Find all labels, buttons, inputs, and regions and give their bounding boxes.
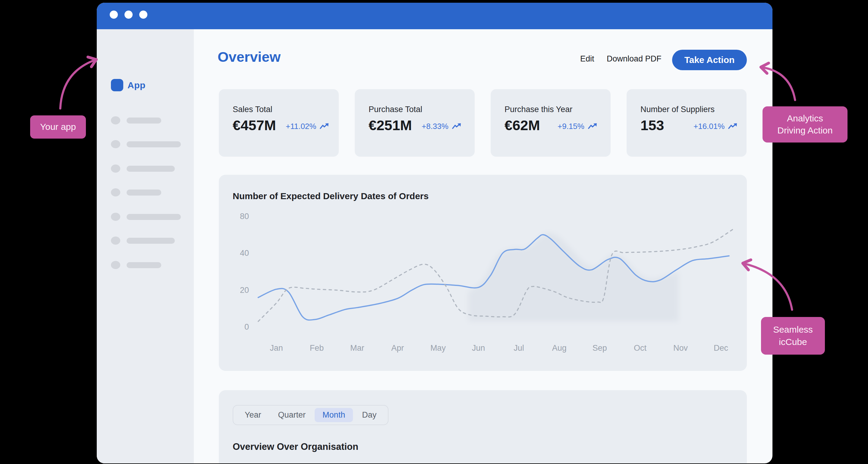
kpi-delta: +9.15% xyxy=(558,122,598,131)
kpi-delta: +8.33% xyxy=(422,122,462,131)
placeholder-icon xyxy=(111,237,120,245)
kpi-label: Purchase Total xyxy=(369,105,422,114)
sidebar-item-app[interactable]: App xyxy=(111,79,146,91)
sidebar-item-placeholder[interactable] xyxy=(111,213,181,221)
period-option-month[interactable]: Month xyxy=(315,408,353,422)
annotation-your-app: Your app xyxy=(30,115,86,138)
sidebar-app-label: App xyxy=(127,80,146,90)
annotation-seamless-iccube: Seamless icCube xyxy=(761,317,825,354)
x-axis-tick: May xyxy=(420,343,456,353)
x-axis-tick: Jan xyxy=(258,343,294,353)
download-pdf-button[interactable]: Download PDF xyxy=(607,54,661,64)
area-shadow xyxy=(468,233,678,321)
period-option-year[interactable]: Year xyxy=(237,408,269,422)
delivery-dates-chart-card: Number of Expected Delivery Dates of Ord… xyxy=(219,175,747,371)
placeholder-label xyxy=(127,166,175,172)
x-axis-tick: Apr xyxy=(379,343,415,353)
x-axis-tick: Nov xyxy=(662,343,699,353)
kpi-delta: +11.02% xyxy=(286,122,330,131)
app-window: App Overview Edit Download PDF Take Acti… xyxy=(97,3,772,463)
placeholder-label xyxy=(127,262,161,268)
placeholder-label xyxy=(127,118,161,124)
organisation-section-card: YearQuarterMonthDay Overview Over Organi… xyxy=(219,390,747,463)
kpi-value: €251M xyxy=(369,117,412,133)
placeholder-label xyxy=(127,214,181,220)
x-axis-tick: Feb xyxy=(299,343,335,353)
placeholder-icon xyxy=(111,188,120,196)
sidebar-item-placeholder[interactable] xyxy=(111,188,161,196)
y-axis-tick: 20 xyxy=(219,286,249,295)
kpi-card-sales-total: Sales Total €457M +11.02% xyxy=(219,89,339,157)
trend-up-icon xyxy=(452,123,462,130)
chart-canvas xyxy=(219,175,747,371)
app-logo-icon xyxy=(111,79,123,91)
window-control-dot-minimize[interactable] xyxy=(124,10,133,19)
kpi-card-purchase-this-year: Purchase this Year €62M +9.15% xyxy=(491,89,611,157)
section-heading: Overview Over Organisation xyxy=(233,441,358,452)
placeholder-icon xyxy=(111,261,120,269)
window-control-dot-maximize[interactable] xyxy=(139,10,147,19)
x-axis-tick: Mar xyxy=(339,343,375,353)
kpi-card-purchase-total: Purchase Total €251M +8.33% xyxy=(355,89,475,157)
placeholder-label xyxy=(127,189,161,195)
x-axis-tick: Sep xyxy=(582,343,618,353)
period-segmented-control: YearQuarterMonthDay xyxy=(233,405,389,425)
kpi-card-number-of-suppliers: Number of Suppliers 153 +16.01% xyxy=(627,89,747,157)
placeholder-icon xyxy=(111,116,120,124)
page-title: Overview xyxy=(218,49,281,65)
window-titlebar xyxy=(97,3,772,29)
kpi-value: €457M xyxy=(233,117,276,133)
window-control-dot-close[interactable] xyxy=(110,10,118,19)
sidebar-item-placeholder[interactable] xyxy=(111,164,175,173)
trend-up-icon xyxy=(588,123,598,130)
x-axis-tick: Oct xyxy=(622,343,658,353)
sidebar-item-placeholder[interactable] xyxy=(111,261,161,269)
placeholder-label xyxy=(127,141,181,147)
period-option-quarter[interactable]: Quarter xyxy=(270,408,314,422)
placeholder-label xyxy=(127,238,175,244)
kpi-value: €62M xyxy=(504,117,540,133)
y-axis-tick: 0 xyxy=(219,322,249,332)
kpi-label: Sales Total xyxy=(233,105,273,114)
sidebar: App xyxy=(97,29,194,463)
period-option-day[interactable]: Day xyxy=(354,408,384,422)
y-axis-tick: 80 xyxy=(219,212,249,221)
y-axis-tick: 40 xyxy=(219,249,249,258)
x-axis-tick: Aug xyxy=(541,343,578,353)
kpi-value: 153 xyxy=(641,117,664,133)
annotation-analytics-driving-action: Analytics Driving Action xyxy=(763,106,847,143)
arrow-to-app-sidebar xyxy=(60,60,96,109)
kpi-label: Number of Suppliers xyxy=(641,105,715,114)
placeholder-icon xyxy=(111,164,120,173)
sidebar-item-placeholder[interactable] xyxy=(111,237,175,245)
placeholder-icon xyxy=(111,140,120,148)
x-axis-tick: Dec xyxy=(703,343,739,353)
placeholder-icon xyxy=(111,213,120,221)
trend-up-icon xyxy=(319,123,330,130)
edit-button[interactable]: Edit xyxy=(580,54,594,64)
sidebar-item-placeholder[interactable] xyxy=(111,140,181,148)
x-axis-tick: Jul xyxy=(501,343,537,353)
kpi-label: Purchase this Year xyxy=(504,105,572,114)
trend-up-icon xyxy=(728,123,738,130)
x-axis-tick: Jun xyxy=(461,343,497,353)
kpi-delta: +16.01% xyxy=(693,122,738,131)
stage: App Overview Edit Download PDF Take Acti… xyxy=(0,0,868,464)
take-action-button[interactable]: Take Action xyxy=(672,50,747,70)
sidebar-item-placeholder[interactable] xyxy=(111,116,161,124)
